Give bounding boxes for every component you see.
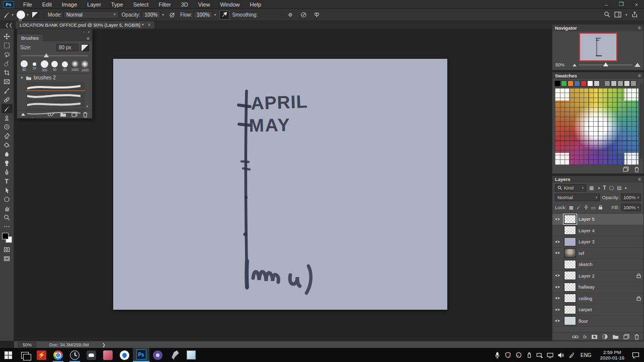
collapse-panel-icon[interactable]: ▫ xyxy=(83,30,85,34)
stroke-preview-toggle-icon[interactable] xyxy=(21,113,25,116)
sync-tray-icon[interactable] xyxy=(515,352,522,358)
workspace-switcher-icon[interactable] xyxy=(614,12,621,19)
layer-row-carpet[interactable]: carpet xyxy=(552,304,643,316)
navigator-zoom-slider[interactable] xyxy=(579,64,632,65)
blur-tool[interactable] xyxy=(2,149,13,158)
history-brush-tool[interactable] xyxy=(2,122,13,131)
restore-button[interactable]: ❐ xyxy=(614,0,629,9)
brush-size-slider[interactable] xyxy=(21,53,88,58)
layer-thumbnail[interactable] xyxy=(564,283,576,292)
menu-edit[interactable]: Edit xyxy=(37,0,57,9)
lock-position-icon[interactable] xyxy=(584,205,589,211)
layer-row-layer-3[interactable]: Layer 3 xyxy=(552,236,643,248)
canvas[interactable]: APRIL MAY xyxy=(113,59,447,310)
filter-pixel-layers-icon[interactable]: ▦ xyxy=(589,185,594,191)
layer-row-ref[interactable]: ref xyxy=(552,248,643,259)
zoom-tool[interactable] xyxy=(2,213,13,222)
spot-healing-brush-tool[interactable] xyxy=(2,95,13,104)
airbrush-toggle-icon[interactable] xyxy=(219,11,229,20)
layer-row-layer-2[interactable]: Layer 2 xyxy=(552,270,643,282)
new-group-folder-icon[interactable] xyxy=(60,112,66,117)
taskbar-app-lightning[interactable]: ⚡ xyxy=(33,348,50,362)
usb-device-tray-icon[interactable] xyxy=(526,352,533,358)
brush-preset-picker[interactable]: 80 ▾ xyxy=(17,11,29,19)
taskbar-app-chrome[interactable] xyxy=(50,348,66,362)
lock-artboard-icon[interactable]: ▭ xyxy=(591,205,596,210)
brush-settings-toggle-icon[interactable] xyxy=(81,44,89,51)
taskbar-app-maps[interactable] xyxy=(116,348,133,362)
document-tab[interactable]: LOCATION BANK OFFICE.psd @ 50% (Layer 5,… xyxy=(16,21,155,29)
visibility-eye-icon[interactable] xyxy=(553,251,561,255)
flow-field[interactable]: 100% xyxy=(194,11,213,19)
taskbar-app-paint[interactable] xyxy=(166,348,183,362)
lock-paint-icon[interactable] xyxy=(576,205,581,211)
eraser-tool[interactable] xyxy=(2,131,13,140)
brush-preset[interactable]: 300 xyxy=(40,60,49,72)
volume-tray-icon[interactable] xyxy=(557,352,565,358)
search-icon[interactable] xyxy=(604,11,610,19)
filter-type-layers-icon[interactable]: T xyxy=(603,185,606,191)
visibility-eye-icon[interactable] xyxy=(553,285,561,289)
brush-preset[interactable]: 90 xyxy=(50,60,59,72)
add-layer-mask-icon[interactable] xyxy=(591,334,598,339)
taskbar-app-security[interactable] xyxy=(149,348,166,362)
blend-mode-dropdown[interactable]: Normal▾ xyxy=(63,11,119,19)
taskbar-clock[interactable]: 2:59 PM 2020-01-16 xyxy=(597,349,627,360)
swatches-scrollbar[interactable] xyxy=(640,83,642,159)
swatch[interactable] xyxy=(630,80,636,86)
start-button[interactable] xyxy=(0,348,17,362)
new-brush-icon[interactable] xyxy=(71,112,77,117)
panel-menu-icon[interactable]: ≡ xyxy=(638,176,641,182)
close-tab-icon[interactable]: × xyxy=(148,22,151,28)
zoom-in-icon[interactable] xyxy=(634,63,640,67)
live-tip-preview-icon[interactable] xyxy=(47,112,55,117)
swatch[interactable] xyxy=(568,80,574,86)
paint-symmetry-icon[interactable] xyxy=(311,11,321,20)
filter-smart-objects-icon[interactable]: ▤ xyxy=(617,185,621,191)
defender-shield-tray-icon[interactable] xyxy=(505,352,512,358)
filter-toggle-icon[interactable]: ● xyxy=(625,186,627,190)
crop-tool[interactable] xyxy=(2,68,13,77)
layer-row-hallway[interactable]: hallway xyxy=(552,282,643,293)
swatch[interactable] xyxy=(611,80,617,86)
layer-opacity-field[interactable]: 100%▾ xyxy=(621,194,641,201)
layer-row-layer-4[interactable]: Layer 4 xyxy=(552,225,643,237)
language-indicator[interactable]: ENG xyxy=(579,352,594,358)
eyedropper-tool[interactable] xyxy=(2,86,13,95)
collapse-left-dock-chevron[interactable]: ❮❮ xyxy=(0,23,16,29)
layer-filter-kind-dropdown[interactable]: Kind ▾ xyxy=(555,184,586,192)
new-group-icon[interactable] xyxy=(612,334,619,339)
layer-thumbnail[interactable] xyxy=(564,316,576,325)
move-tool[interactable] xyxy=(2,32,13,41)
menu-select[interactable]: Select xyxy=(128,0,154,9)
close-panel-icon[interactable]: × xyxy=(88,30,90,34)
minimize-button[interactable]: – xyxy=(599,0,614,9)
brush-preset[interactable]: 80 xyxy=(20,60,29,72)
color-wheel-swatch-grid[interactable] xyxy=(555,88,638,165)
swatch[interactable] xyxy=(561,80,567,86)
visibility-eye-icon[interactable] xyxy=(553,217,561,221)
navigator-thumbnail[interactable] xyxy=(579,33,617,61)
brushes-tab[interactable]: Brushes xyxy=(17,35,43,41)
adjustment-layer-icon[interactable] xyxy=(602,334,608,339)
edit-toolbar-ellipsis-icon[interactable] xyxy=(2,222,13,231)
frame-tool[interactable] xyxy=(2,77,13,86)
touchpad-tray-icon[interactable] xyxy=(536,352,543,358)
swatch[interactable] xyxy=(604,80,610,86)
delete-swatch-trash-icon[interactable] xyxy=(634,166,639,172)
swatch[interactable] xyxy=(581,80,587,86)
menu-view[interactable]: View xyxy=(193,0,215,9)
navigator-zoom-value[interactable]: 50% xyxy=(555,62,571,67)
pressure-size-icon[interactable] xyxy=(298,11,308,20)
panel-menu-icon[interactable]: ≡ xyxy=(638,25,641,31)
task-view-button[interactable] xyxy=(17,348,33,362)
pen-tray-icon[interactable] xyxy=(568,352,575,358)
new-swatch-icon[interactable] xyxy=(623,166,629,172)
microphone-tray-icon[interactable] xyxy=(494,352,501,358)
brush-preset[interactable]: 40 xyxy=(60,60,69,72)
delete-layer-trash-icon[interactable] xyxy=(634,334,639,340)
brush-stroke-item[interactable] xyxy=(26,82,85,90)
menu-help[interactable]: Help xyxy=(245,0,267,9)
filter-adjustment-layers-icon[interactable]: ◑ xyxy=(597,185,600,191)
zoom-out-icon[interactable] xyxy=(573,64,577,66)
